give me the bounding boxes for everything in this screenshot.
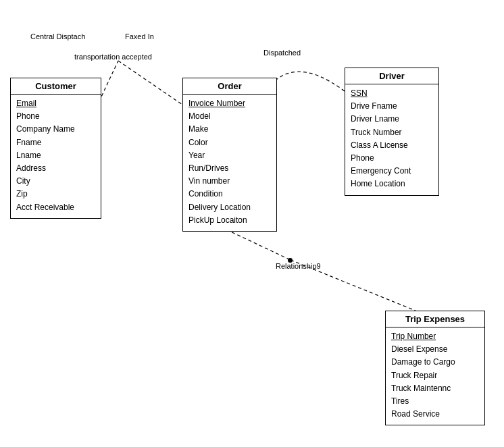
driver-field-emergency: Emergency Cont	[351, 165, 433, 178]
customer-field-email: Email	[16, 97, 95, 110]
trip-field-truck-maint: Truck Maintennc	[391, 382, 479, 395]
order-field-model: Model	[188, 110, 271, 123]
label-central-dispatch: Central Disptach	[30, 32, 85, 41]
order-title: Order	[183, 78, 276, 95]
driver-title: Driver	[345, 68, 438, 84]
label-transportation-accepted: transportation accepted	[74, 53, 152, 61]
customer-fields: Email Phone Company Name Fname Lname Add…	[11, 95, 101, 218]
customer-field-company: Company Name	[16, 123, 95, 136]
svg-line-1	[118, 61, 182, 105]
order-field-make: Make	[188, 123, 271, 136]
driver-field-phone: Phone	[351, 152, 433, 165]
trip-expenses-title: Trip Expenses	[386, 311, 484, 327]
customer-field-address: Address	[16, 162, 95, 175]
label-relationship9: Relationship9	[276, 262, 321, 270]
trip-field-diesel: Diesel Expense	[391, 343, 479, 356]
order-field-pickup: PickUp Locaiton	[188, 214, 271, 227]
order-field-color: Color	[188, 136, 271, 149]
driver-field-truck-number: Truck Number	[351, 126, 433, 139]
order-field-vin: Vin number	[188, 175, 271, 188]
trip-field-damage: Damage to Cargo	[391, 356, 479, 369]
label-dispatched: Dispatched	[263, 49, 301, 57]
diagram-container: Central Disptach Faxed In transportation…	[0, 0, 504, 447]
svg-line-2	[226, 230, 291, 260]
order-entity: Order Invoice Number Model Make Color Ye…	[182, 78, 277, 232]
customer-field-zip: Zip	[16, 188, 95, 201]
order-field-rundrives: Run/Drives	[188, 162, 271, 175]
order-fields: Invoice Number Model Make Color Year Run…	[183, 95, 276, 231]
order-field-year: Year	[188, 149, 271, 162]
trip-field-truck-repair: Truck Repair	[391, 369, 479, 382]
driver-field-class-a: Class A License	[351, 139, 433, 152]
customer-title: Customer	[11, 78, 101, 95]
customer-field-lname: Lname	[16, 149, 95, 162]
driver-entity: Driver SSN Drive Fname Driver Lname Truc…	[345, 68, 439, 196]
order-field-invoice: Invoice Number	[188, 97, 271, 110]
customer-field-fname: Fname	[16, 136, 95, 149]
trip-expenses-fields: Trip Number Diesel Expense Damage to Car…	[386, 327, 484, 425]
trip-field-tires: Tires	[391, 395, 479, 408]
driver-field-drive-fname: Drive Fname	[351, 100, 433, 113]
customer-entity: Customer Email Phone Company Name Fname …	[10, 78, 101, 219]
driver-field-driver-lname: Driver Lname	[351, 113, 433, 126]
trip-field-number: Trip Number	[391, 330, 479, 343]
customer-field-acct: Acct Receivable	[16, 201, 95, 214]
label-faxed-in: Faxed In	[125, 32, 154, 41]
customer-field-phone: Phone	[16, 110, 95, 123]
order-field-condition: Condition	[188, 188, 271, 201]
trip-field-road: Road Service	[391, 408, 479, 421]
driver-field-home: Home Location	[351, 178, 433, 190]
order-field-delivery: Delivery Location	[188, 201, 271, 214]
driver-fields: SSN Drive Fname Driver Lname Truck Numbe…	[345, 84, 438, 195]
trip-expenses-entity: Trip Expenses Trip Number Diesel Expense…	[385, 311, 485, 425]
customer-field-city: City	[16, 175, 95, 188]
driver-field-ssn: SSN	[351, 87, 433, 100]
